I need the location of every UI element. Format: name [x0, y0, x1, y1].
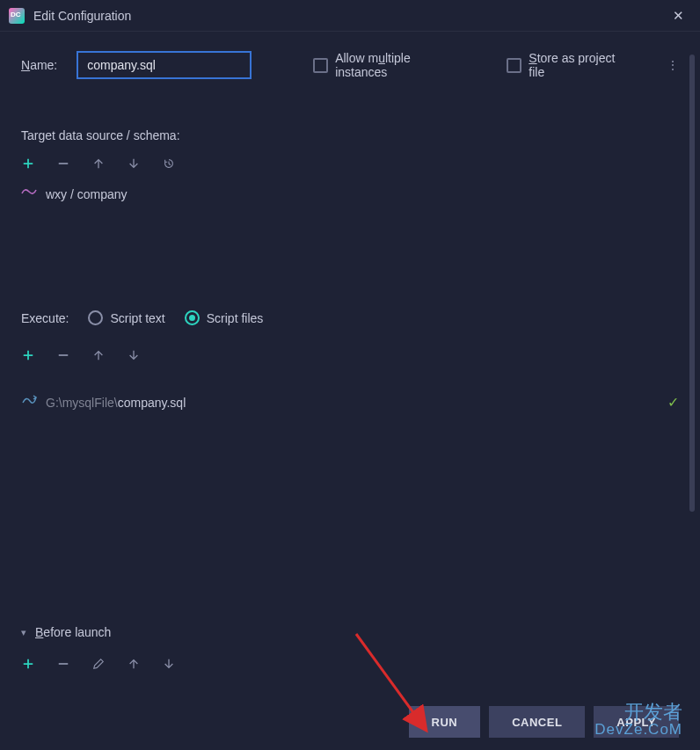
- radio-icon: [185, 310, 200, 325]
- checkbox-icon: [507, 58, 521, 73]
- before-launch-section[interactable]: ▾ Before launch: [21, 625, 111, 639]
- store-as-project-label: Store as project file: [529, 51, 633, 79]
- app-icon: [9, 8, 25, 24]
- execute-row: Execute: Script text Script files: [21, 310, 679, 325]
- script-files-label: Script files: [207, 311, 264, 325]
- name-label: Name:: [21, 58, 57, 72]
- apply-button[interactable]: APPLY: [594, 706, 679, 738]
- name-row: Name: Allow multiple instances Store as …: [21, 51, 679, 79]
- radio-icon: [88, 310, 103, 325]
- close-icon[interactable]: ✕: [665, 8, 691, 24]
- data-source-path: wxy / company: [46, 187, 128, 201]
- allow-multiple-label: Allow multiple instances: [335, 51, 464, 79]
- script-text-radio[interactable]: Script text: [88, 310, 164, 325]
- script-file-row[interactable]: G:\mysqlFile\company.sql ✓: [21, 394, 679, 411]
- script-file-dir: G:\mysqlFile\: [46, 396, 118, 410]
- remove-icon[interactable]: [56, 657, 70, 671]
- name-input[interactable]: [77, 51, 252, 79]
- more-options-icon[interactable]: ⋮: [667, 63, 679, 67]
- up-icon[interactable]: [91, 157, 106, 171]
- scrollbar[interactable]: [689, 55, 695, 512]
- down-icon[interactable]: [162, 657, 176, 671]
- edit-icon[interactable]: [91, 657, 106, 671]
- content-area: Name: Allow multiple instances Store as …: [0, 32, 700, 750]
- title-bar: Edit Configuration ✕: [0, 0, 700, 32]
- scripts-toolbar: [21, 348, 679, 362]
- add-icon[interactable]: [21, 657, 35, 671]
- datasource-icon: [21, 186, 37, 201]
- target-toolbar: [21, 157, 679, 171]
- button-bar: RUN CANCEL APPLY: [409, 706, 680, 738]
- checkbox-icon: [313, 58, 328, 73]
- down-icon[interactable]: [127, 157, 141, 171]
- chevron-down-icon: ▾: [21, 627, 26, 638]
- up-icon[interactable]: [91, 348, 106, 362]
- up-icon[interactable]: [127, 657, 141, 671]
- sql-file-icon: [21, 394, 37, 411]
- script-files-radio[interactable]: Script files: [185, 310, 264, 325]
- history-icon[interactable]: [162, 157, 176, 171]
- store-as-project-checkbox[interactable]: Store as project file: [507, 51, 633, 79]
- cancel-button[interactable]: CANCEL: [489, 706, 585, 738]
- allow-multiple-checkbox[interactable]: Allow multiple instances: [313, 51, 464, 79]
- add-icon[interactable]: [21, 157, 35, 171]
- before-launch-toolbar: [21, 657, 176, 671]
- run-button[interactable]: RUN: [409, 706, 481, 738]
- before-launch-label: Before launch: [35, 625, 111, 639]
- execute-label: Execute:: [21, 311, 69, 325]
- add-icon[interactable]: [21, 348, 35, 362]
- data-source-row[interactable]: wxy / company: [21, 186, 679, 201]
- script-text-label: Script text: [110, 311, 164, 325]
- down-icon[interactable]: [127, 348, 141, 362]
- remove-icon[interactable]: [56, 157, 70, 171]
- remove-icon[interactable]: [56, 348, 70, 362]
- window-title: Edit Configuration: [33, 9, 665, 23]
- check-icon: ✓: [667, 394, 679, 411]
- target-label: Target data source / schema:: [21, 128, 679, 142]
- script-file-name: company.sql: [118, 396, 186, 410]
